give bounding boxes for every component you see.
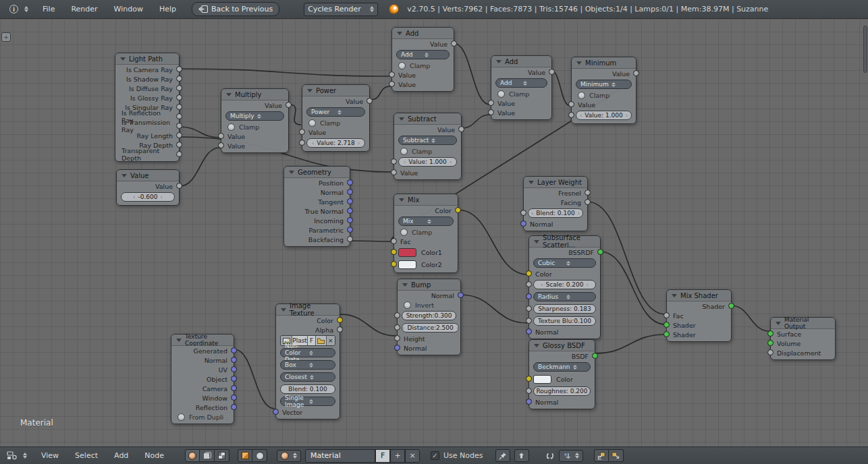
node-header[interactable]: Texture Coordinate [171, 335, 234, 346]
shader-type-material-button[interactable] [185, 449, 200, 462]
node-header[interactable]: Subsurface Scatteri... [529, 236, 600, 248]
socket-out[interactable] [347, 179, 353, 185]
socket-out[interactable] [347, 217, 353, 223]
operation-select[interactable]: Power [306, 107, 365, 117]
socket-out[interactable] [451, 40, 457, 47]
socket-out[interactable] [728, 303, 734, 309]
clamp-checkbox[interactable] [497, 90, 505, 98]
socket-out[interactable] [231, 357, 237, 363]
socket-out[interactable] [176, 66, 182, 72]
socket-out[interactable] [597, 249, 603, 255]
socket-out[interactable] [176, 151, 182, 157]
blend-type-select[interactable]: Mix [398, 216, 454, 226]
socket-in[interactable] [526, 376, 532, 382]
socket-in[interactable] [526, 399, 532, 405]
collapse-icon[interactable] [672, 294, 677, 297]
socket-in[interactable] [394, 324, 400, 330]
collapse-icon[interactable] [176, 339, 182, 342]
node-math-add-2[interactable]: Add Value Add Clamp Value Value [491, 55, 552, 120]
clamp-checkbox[interactable] [400, 229, 408, 236]
node-header[interactable]: Layer Weight [524, 177, 587, 188]
projection-select[interactable]: Box [280, 360, 335, 370]
socket-out[interactable] [231, 366, 237, 372]
node-editor-canvas[interactable]: + Material Light Path Is Camera Ray Is S… [0, 19, 868, 446]
clamp-checkbox[interactable] [400, 148, 408, 155]
distribution-select[interactable]: Beckmann [533, 362, 591, 372]
value-slider[interactable]: ‹Value: 1.000› [576, 111, 632, 120]
socket-out[interactable] [176, 183, 182, 189]
world-filter-button[interactable] [252, 449, 267, 462]
socket-in[interactable] [391, 169, 397, 175]
unlink-material-button[interactable]: × [405, 449, 420, 463]
invert-checkbox[interactable] [404, 301, 411, 309]
radius-select[interactable]: Radius [533, 292, 596, 301]
node-layer-weight[interactable]: Layer Weight Fresnel Facing ‹Blend: 0.10… [523, 176, 588, 231]
socket-in[interactable] [488, 100, 494, 106]
socket-in[interactable] [218, 133, 224, 139]
collapse-icon[interactable] [281, 308, 286, 312]
node-header[interactable]: Power [302, 85, 369, 96]
menu-file[interactable]: File [36, 2, 61, 16]
socket-in[interactable] [488, 109, 494, 115]
node-header[interactable]: Image Texture [276, 304, 340, 316]
region-toggle-tab[interactable]: + [1, 32, 11, 42]
collapse-icon[interactable] [496, 60, 501, 63]
render-engine-select[interactable]: Cycles Render [304, 3, 378, 16]
socket-in[interactable] [767, 330, 774, 337]
material-browse-button[interactable] [277, 450, 301, 462]
socket-in[interactable] [394, 345, 400, 351]
texture-blur-slider[interactable]: Texture Blu:0.100 [533, 316, 596, 326]
value-slider[interactable]: ‹Value: 1.000› [398, 157, 457, 167]
socket-in[interactable] [299, 140, 305, 146]
node-header[interactable]: Geometry [284, 167, 350, 178]
menu-add[interactable]: Add [108, 448, 134, 463]
collapse-icon[interactable] [289, 171, 294, 174]
editor-type-button[interactable]: i [5, 3, 32, 16]
node-header[interactable]: Glossy BSDF [529, 340, 595, 351]
back-to-previous-button[interactable]: Back to Previous [192, 2, 279, 16]
node-header[interactable]: Value [117, 170, 179, 181]
node-header[interactable]: Multiply [221, 89, 288, 100]
socket-in[interactable] [218, 142, 224, 148]
socket-out[interactable] [347, 236, 353, 242]
socket-out[interactable] [347, 208, 353, 214]
socket-in[interactable] [389, 81, 395, 87]
falloff-select[interactable]: Cubic [533, 258, 596, 268]
node-math-minimum[interactable]: Minimum Value Minimum Clamp Value ‹Value… [571, 57, 636, 124]
socket-in[interactable] [391, 249, 397, 255]
socket-out[interactable] [231, 395, 237, 401]
collapse-icon[interactable] [226, 93, 232, 96]
socket-out[interactable] [592, 353, 598, 359]
socket-out[interactable] [347, 189, 353, 195]
collapse-icon[interactable] [402, 283, 408, 287]
menu-select[interactable]: Select [69, 448, 104, 463]
socket-out[interactable] [231, 404, 237, 410]
menu-render[interactable]: Render [65, 2, 103, 16]
collapse-icon[interactable] [121, 174, 127, 177]
snap-element-select[interactable] [559, 450, 583, 462]
node-header[interactable]: Add [392, 28, 454, 39]
node-material-output[interactable]: Material Output Surface Volume Displacem… [770, 317, 836, 360]
collapse-icon[interactable] [534, 344, 539, 347]
editor-type-button[interactable] [3, 449, 31, 462]
operation-select[interactable]: Subtract [398, 136, 457, 145]
shader-type-world-button[interactable] [200, 449, 215, 462]
socket-in[interactable] [394, 312, 400, 318]
menu-help[interactable]: Help [153, 2, 182, 16]
collapse-icon[interactable] [528, 181, 534, 184]
socket-in[interactable] [391, 158, 397, 165]
operation-select[interactable]: Minimum [576, 80, 632, 89]
socket-in[interactable] [391, 261, 397, 267]
socket-out[interactable] [458, 292, 464, 298]
collapse-icon[interactable] [399, 198, 404, 202]
collapse-icon[interactable] [120, 57, 126, 61]
socket-out[interactable] [347, 198, 353, 204]
socket-in[interactable] [568, 112, 574, 118]
node-math-multiply[interactable]: Multiply Value Multiply Clamp Value Valu… [221, 88, 289, 153]
socket-in[interactable] [394, 335, 400, 341]
socket-in[interactable] [526, 281, 532, 287]
clamp-checkbox[interactable] [578, 92, 585, 99]
socket-in[interactable] [526, 306, 532, 312]
copy-nodes-button[interactable] [594, 449, 609, 462]
socket-out[interactable] [367, 98, 373, 104]
